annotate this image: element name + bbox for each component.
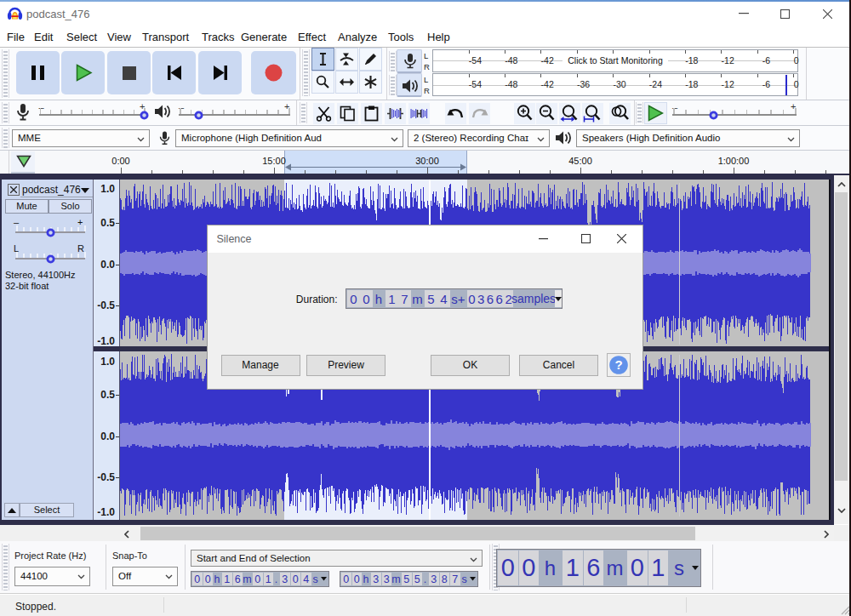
- svg-text:?: ?: [614, 357, 622, 372]
